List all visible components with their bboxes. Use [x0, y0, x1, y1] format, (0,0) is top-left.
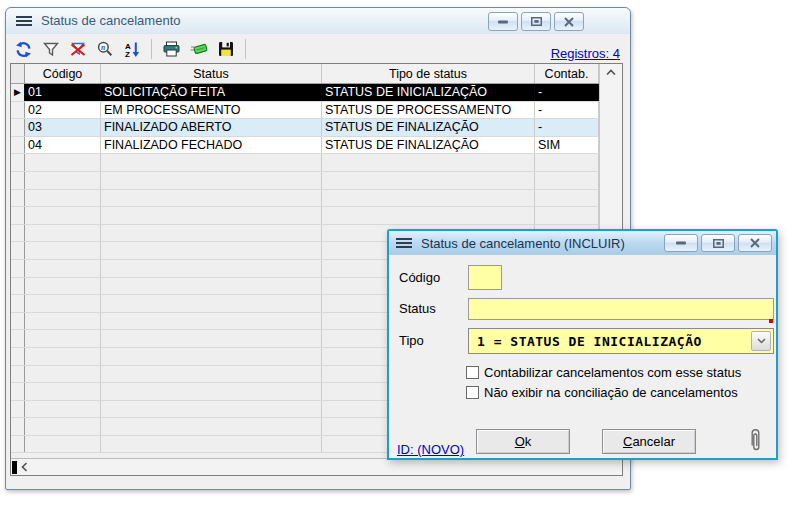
dialog-body: Código Status Tipo 1 = STATUS DE INICIAL… — [389, 255, 776, 458]
row-indicator — [11, 278, 25, 295]
nao-exibir-checkbox-label[interactable]: Não exibir na conciliação de cancelament… — [484, 385, 738, 400]
header-codigo[interactable]: Código — [25, 64, 101, 83]
cell-codigo — [25, 242, 101, 259]
window-controls — [485, 12, 584, 31]
id-novo-link[interactable]: ID: (NOVO) — [397, 442, 464, 457]
cell-codigo — [25, 418, 101, 435]
dropdown-button[interactable] — [751, 331, 771, 351]
empty-row — [11, 154, 599, 172]
table-row[interactable]: 03FINALIZADO ABERTOSTATUS DE FINALIZAÇÃO… — [11, 119, 599, 137]
close-icon — [564, 17, 574, 27]
codigo-field[interactable] — [468, 265, 502, 290]
row-indicator — [11, 242, 25, 259]
cell-tipo — [322, 172, 535, 189]
row-indicator — [11, 313, 25, 330]
cell-status — [101, 418, 322, 435]
header-status[interactable]: Status — [101, 64, 322, 83]
export-icon — [190, 42, 208, 56]
export-button[interactable] — [186, 37, 211, 61]
print-button[interactable] — [159, 37, 184, 61]
cell-contab — [535, 190, 599, 207]
search-icon: n — [97, 41, 113, 57]
cancel-button[interactable]: Cancelar — [602, 429, 696, 454]
cell-status — [101, 207, 322, 224]
maximize-icon — [713, 239, 724, 248]
header-contab[interactable]: Contab. — [535, 64, 599, 83]
desktop: Status de cancelamento — [0, 0, 792, 506]
row-indicator — [11, 190, 25, 207]
cell-codigo — [25, 207, 101, 224]
cell-codigo: 02 — [25, 102, 101, 119]
cell-status — [101, 436, 322, 453]
cell-tipo — [322, 190, 535, 207]
cell-codigo — [25, 190, 101, 207]
cell-status — [101, 348, 322, 365]
registros-link[interactable]: Registros: 4 — [551, 46, 620, 61]
clear-filter-button[interactable] — [65, 37, 90, 61]
paperclip-icon[interactable] — [749, 426, 762, 458]
search-button[interactable]: n — [92, 37, 117, 61]
cell-codigo: 03 — [25, 119, 101, 136]
minimize-button[interactable] — [664, 234, 698, 252]
cell-status — [101, 242, 322, 259]
tipo-dropdown[interactable]: 1 = STATUS DE INICIALIZAÇÃO — [468, 328, 774, 354]
row-indicator — [11, 366, 25, 383]
contabilizar-checkbox-label[interactable]: Contabilizar cancelamentos com esse stat… — [484, 365, 741, 380]
cell-contab: SIM — [535, 137, 599, 154]
svg-text:n: n — [101, 43, 105, 52]
cell-contab — [535, 207, 599, 224]
cell-tipo: STATUS DE FINALIZAÇÃO — [322, 137, 535, 154]
sort-button[interactable]: A Z — [119, 37, 144, 61]
menu-icon[interactable] — [396, 238, 412, 248]
dialog-controls — [661, 234, 772, 252]
status-field[interactable] — [468, 298, 774, 320]
cell-codigo — [25, 295, 101, 312]
close-button[interactable] — [738, 234, 772, 252]
refresh-button[interactable] — [11, 37, 36, 61]
cell-contab — [535, 154, 599, 171]
header-indicator — [11, 64, 25, 83]
row-indicator — [11, 154, 25, 171]
minimize-button[interactable] — [488, 12, 518, 31]
table-row[interactable]: 04FINALIZADO FECHADOSTATUS DE FINALIZAÇÃ… — [11, 137, 599, 155]
menu-icon[interactable] — [16, 16, 32, 26]
contabilizar-checkbox-row: Contabilizar cancelamentos com esse stat… — [466, 365, 741, 380]
maximize-button[interactable] — [701, 234, 735, 252]
row-indicator — [11, 383, 25, 400]
refresh-icon — [15, 41, 32, 58]
cell-status — [101, 401, 322, 418]
close-button[interactable] — [554, 12, 584, 31]
cell-codigo — [25, 260, 101, 277]
horizontal-scrollbar[interactable] — [11, 458, 622, 475]
cell-status — [101, 154, 322, 171]
filter-button[interactable] — [38, 37, 63, 61]
cell-status — [101, 172, 322, 189]
table-row[interactable]: 02EM PROCESSAMENTOSTATUS DE PROCESSAMENT… — [11, 102, 599, 120]
cell-status: SOLICITAÇÃO FEITA — [101, 84, 322, 101]
tipo-label: Tipo — [399, 333, 424, 348]
ok-button[interactable]: Ok — [476, 429, 570, 454]
nao-exibir-checkbox[interactable] — [466, 386, 479, 399]
cell-status — [101, 383, 322, 400]
cell-contab: - — [535, 84, 599, 101]
row-indicator — [11, 119, 25, 136]
maximize-button[interactable] — [521, 12, 551, 31]
cell-codigo — [25, 401, 101, 418]
nao-exibir-checkbox-row: Não exibir na conciliação de cancelament… — [466, 385, 738, 400]
header-tipo[interactable]: Tipo de status — [322, 64, 535, 83]
incluir-dialog: Status de cancelamento (INCLUIR) Código … — [387, 229, 778, 460]
tipo-selected-value: 1 = STATUS DE INICIALIZAÇÃO — [477, 329, 702, 353]
row-indicator — [11, 137, 25, 154]
clear-filter-icon — [70, 42, 86, 57]
contabilizar-checkbox[interactable] — [466, 366, 479, 379]
save-button[interactable] — [213, 37, 238, 61]
row-indicator — [11, 172, 25, 189]
table-row[interactable]: ▶01SOLICITAÇÃO FEITASTATUS DE INICIALIZA… — [11, 84, 599, 102]
cell-status — [101, 330, 322, 347]
cell-tipo: STATUS DE PROCESSAMENTO — [322, 102, 535, 119]
codigo-label: Código — [399, 270, 440, 285]
cell-status — [101, 366, 322, 383]
window-title: Status de cancelamento — [41, 13, 180, 28]
scroll-left-icon — [21, 462, 28, 472]
minimize-icon — [676, 241, 686, 245]
